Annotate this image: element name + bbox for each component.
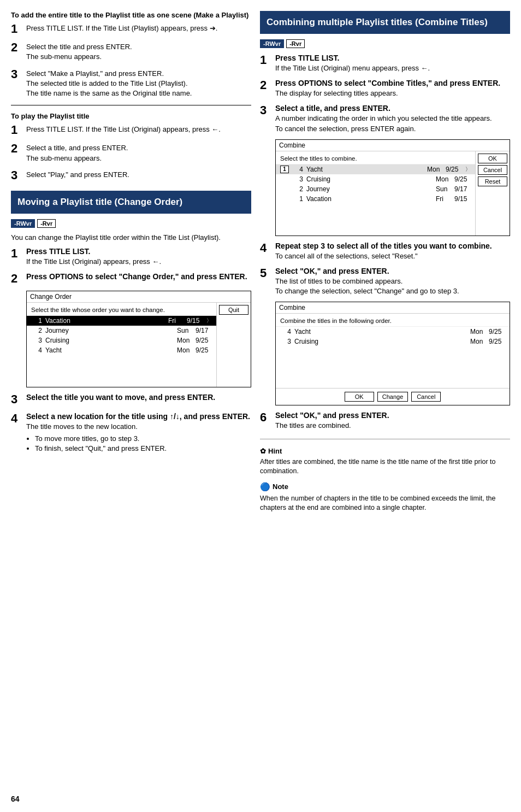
dialog-row-empty-2	[27, 365, 216, 375]
dialog-instruction-change: Select the title whose order you want to…	[27, 305, 216, 316]
quit-button[interactable]: Quit	[219, 305, 248, 315]
combine-ok-btn-1[interactable]: OK	[478, 154, 507, 163]
hint-section: ✿ Hint After titles are combined, the ti…	[260, 447, 510, 476]
dialog-row-vacation[interactable]: 1 Vacation Fri 9/15 〉	[27, 316, 216, 326]
combine-step2-text: The display for selecting titles appears…	[275, 89, 510, 98]
combine-step6-bold: Select "OK," and press ENTER.	[275, 411, 389, 420]
add-title-step-1: 1 Press TITLE LIST. If the Title List (P…	[11, 22, 251, 36]
add-title-step-3: 3 Select "Make a Playlist," and press EN…	[11, 68, 251, 99]
combine-reset-btn[interactable]: Reset	[478, 176, 507, 186]
combine-change-btn[interactable]: Change	[377, 392, 408, 402]
combine-dialog-2: Combine Combine the titles in the follow…	[275, 302, 510, 405]
combine-dialog1-instruction: Select the titles to combine.	[276, 154, 475, 164]
combine-step6-text: The titles are combined.	[275, 421, 510, 431]
combine-row-journey[interactable]: 2 Journey Sun 9/17	[276, 184, 475, 194]
dialog-row-yacht[interactable]: 4 Yacht Mon 9/25	[27, 345, 216, 355]
combine-step1-text: If the Title List (Original) menu appear…	[275, 63, 510, 73]
combine-ok-btn-2[interactable]: OK	[345, 392, 374, 402]
dialog-row-cruising[interactable]: 3 Cruising Mon 9/25	[27, 336, 216, 345]
combine-dialog2-title: Combine	[276, 302, 510, 314]
combine-dialog1-title: Combine	[276, 140, 510, 151]
move-step4-text: The title moves to the new location.	[26, 422, 251, 432]
combine-d2-row-yacht[interactable]: 4 Yacht Mon 9/25	[276, 327, 510, 337]
combine-step-num-4: 4	[260, 242, 272, 255]
combine-d1-empty-2	[276, 214, 475, 223]
note-icon: 🔵	[260, 482, 270, 492]
play-step-3: 3 Select "Play," and press ENTER.	[11, 169, 251, 182]
bullet-finish: To finish, select "Quit," and press ENTE…	[35, 444, 251, 454]
move-title-heading: Moving a Playlist title (Change Order)	[11, 191, 251, 214]
section-add-title: To add the entire title to the Playlist …	[11, 11, 251, 98]
note-section: 🔵 Note When the number of chapters in th…	[260, 482, 510, 513]
move-step1-bold: Press TITLE LIST.	[26, 247, 90, 256]
play-step-1: 1 Press TITLE LIST. If the Title List (O…	[11, 123, 251, 137]
play-step-num-2: 2	[11, 142, 23, 155]
note-text: When the number of chapters in the title…	[260, 494, 510, 513]
combine-dialog2-btns: OK Change Cancel	[276, 388, 510, 405]
right-divider	[260, 439, 510, 439]
combine-step-num-5: 5	[260, 267, 272, 280]
move-step-num-3: 3	[11, 393, 23, 406]
add-title-step3-text: Select "Make a Playlist," and press ENTE…	[26, 69, 251, 99]
combine-cancel-btn-2[interactable]: Cancel	[411, 392, 441, 402]
add-title-step-2: 2 Select the title and press ENTER.The s…	[11, 41, 251, 62]
combine-badge-rwvr: -RWvr	[260, 39, 284, 48]
combine-badge-row: -RWvr -Rvr	[260, 39, 510, 48]
add-title-step2-text: Select the title and press ENTER.The sub…	[26, 42, 251, 62]
move-step1-text: If the Title List (Original) appears, pr…	[26, 257, 251, 267]
combine-step-5: 5 Select "OK," and press ENTER. The list…	[260, 267, 510, 296]
step-num-2: 2	[11, 41, 23, 54]
combine-cancel-btn-1[interactable]: Cancel	[478, 165, 507, 175]
divider-1	[11, 105, 251, 105]
combine-row-cruising[interactable]: 3 Cruising Mon 9/25	[276, 174, 475, 184]
combine-step-2: 2 Press OPTIONS to select "Combine Title…	[260, 79, 510, 98]
hint-title: ✿ Hint	[260, 447, 510, 455]
move-step2-bold: Press OPTIONS to select "Change Order," …	[26, 272, 247, 281]
move-step-num-4: 4	[11, 412, 23, 425]
dialog-row-empty-1	[27, 355, 216, 365]
badge-rvr: -Rvr	[37, 219, 56, 228]
play-step-2: 2 Select a title, and press ENTER.The su…	[11, 142, 251, 163]
move-step-4: 4 Select a new location for the title us…	[11, 412, 251, 454]
combine-row-vacation[interactable]: 1 Vacation Fri 9/15	[276, 194, 475, 204]
combine-step4-bold: Repeat step 3 to select all of the title…	[275, 242, 492, 250]
hint-text: After titles are combined, the title nam…	[260, 457, 510, 476]
note-title: 🔵 Note	[260, 482, 510, 492]
combine-dialog-1: Combine Select the titles to combine. 1 …	[275, 139, 510, 236]
combine-heading: Combining multiple Playlist titles (Comb…	[260, 11, 510, 34]
move-intro: You can change the Playlist title order …	[11, 233, 251, 242]
dialog-title-change-order: Change Order	[27, 291, 251, 303]
combine-step1-bold: Press TITLE LIST.	[275, 54, 339, 62]
combine-d2-row-cruising[interactable]: 3 Cruising Mon 9/25	[276, 337, 510, 346]
selected-box-1: 1	[280, 166, 289, 173]
section-play-title: To play the Playlist title 1 Press TITLE…	[11, 112, 251, 182]
combine-step-num-1: 1	[260, 54, 272, 67]
move-step4-bold: Select a new location for the title usin…	[26, 412, 250, 421]
section-play-heading: To play the Playlist title	[11, 112, 251, 120]
right-column: Combining multiple Playlist titles (Comb…	[260, 11, 510, 801]
combine-step-num-6: 6	[260, 411, 272, 424]
move-step-num-2: 2	[11, 272, 23, 285]
move-badge-row: -RWvr -Rvr	[11, 219, 251, 228]
combine-row-yacht[interactable]: 1 4 Yacht Mon 9/25 〉	[276, 164, 475, 174]
bullet-move-more: To move more titles, go to step 3.	[35, 434, 251, 444]
move-step-num-1: 1	[11, 247, 23, 260]
dialog-row-empty-3	[27, 375, 216, 385]
combine-step5-text: The list of titles to be combined appear…	[275, 276, 510, 296]
badge-rwvr: -RWvr	[11, 219, 35, 228]
change-order-dialog: Change Order Select the title whose orde…	[26, 291, 251, 387]
step-num-3: 3	[11, 68, 23, 81]
combine-badge-rvr: -Rvr	[286, 39, 305, 48]
combine-step-1: 1 Press TITLE LIST. If the Title List (O…	[260, 54, 510, 73]
combine-step3-text: A number indicating the order in which y…	[275, 114, 510, 133]
step-num-1: 1	[11, 22, 23, 36]
play-step3-text: Select "Play," and press ENTER.	[26, 170, 251, 180]
combine-d2-empty-4	[276, 376, 510, 386]
combine-d1-empty-1	[276, 204, 475, 214]
hint-label: Hint	[268, 447, 282, 455]
combine-step3-bold: Select a title, and press ENTER.	[275, 104, 390, 113]
note-label: Note	[273, 483, 288, 491]
combine-step-3: 3 Select a title, and press ENTER. A num…	[260, 104, 510, 133]
combine-step2-bold: Press OPTIONS to select "Combine Titles,…	[275, 79, 500, 87]
dialog-row-journey[interactable]: 2 Journey Sun 9/17	[27, 326, 216, 336]
